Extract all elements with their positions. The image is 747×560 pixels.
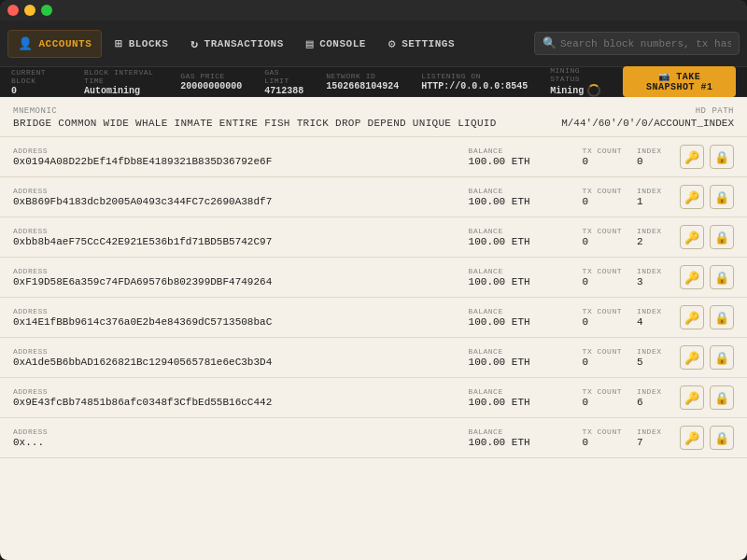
account-actions-1: 🔑 🔒 bbox=[680, 185, 734, 209]
listening-on-value: HTTP://0.0.0.0:8545 bbox=[421, 81, 528, 91]
index-stat-2: Index 2 bbox=[637, 227, 665, 247]
nav-item-transactions[interactable]: ↻Transactions bbox=[181, 31, 293, 57]
account-left-4: Address 0x14E1fBBb9614c376a0E2b4e84369dC… bbox=[13, 307, 458, 328]
copy-key-button-7[interactable]: 🔑 bbox=[680, 426, 704, 450]
hd-path-section: HD Path M/44'/60'/0'/0/ACCOUNT_INDEX bbox=[561, 106, 734, 129]
account-row[interactable]: Address 0x9E43fcBb74851b86afc0348f3CfbEd… bbox=[0, 378, 747, 418]
search-box: 🔍 bbox=[534, 32, 740, 55]
copy-key-button-2[interactable]: 🔑 bbox=[680, 225, 704, 249]
settings-icon: ⚙ bbox=[388, 36, 396, 51]
address-value-3: 0xF19D58E6a359c74FDA69576b802399DBF47492… bbox=[13, 276, 458, 287]
copy-key-button-6[interactable]: 🔑 bbox=[680, 385, 704, 410]
tx-count-value-4: 0 bbox=[583, 316, 589, 328]
tx-count-value-5: 0 bbox=[583, 357, 589, 368]
copy-key-button-3[interactable]: 🔑 bbox=[680, 265, 704, 289]
index-label-2: Index bbox=[637, 227, 662, 235]
snapshot-button[interactable]: 📷 TAKE SNAPSHOT #1 bbox=[623, 66, 736, 97]
tx-count-label-3: TX Count bbox=[583, 267, 622, 275]
lock-button-6[interactable]: 🔒 bbox=[710, 385, 734, 410]
account-row[interactable]: Address 0x0194A08D22bEf14fDb8E4189321B83… bbox=[0, 137, 747, 177]
tx-count-stat-0: TX Count 0 bbox=[583, 147, 622, 167]
settings-label: Settings bbox=[402, 38, 455, 49]
current-block-label: Current Block bbox=[11, 68, 62, 85]
address-value-2: 0xbb8b4aeF75CcC42E921E536b1fd71BD5B5742C… bbox=[13, 236, 458, 247]
accounts-label: Accounts bbox=[39, 38, 92, 49]
copy-key-button-1[interactable]: 🔑 bbox=[680, 185, 704, 209]
lock-button-5[interactable]: 🔒 bbox=[710, 345, 734, 370]
gas-price-stat: Gas Price 20000000000 bbox=[180, 72, 242, 91]
nav-item-blocks[interactable]: ⊞Blocks bbox=[106, 31, 177, 57]
blocks-icon: ⊞ bbox=[115, 36, 122, 51]
minimize-dot[interactable] bbox=[24, 5, 35, 16]
copy-key-button-5[interactable]: 🔑 bbox=[680, 345, 704, 370]
account-row[interactable]: Address 0xA1de5B6bbAD1626821Bc1294056578… bbox=[0, 338, 747, 378]
lock-button-7[interactable]: 🔒 bbox=[710, 426, 734, 450]
tx-count-stat-3: TX Count 0 bbox=[583, 267, 622, 287]
index-label-7: Index bbox=[637, 427, 662, 436]
balance-stat-3: Balance 100.00 ETH bbox=[469, 267, 571, 287]
lock-button-3[interactable]: 🔒 bbox=[710, 265, 734, 289]
gas-price-label: Gas Price bbox=[180, 72, 242, 80]
account-row[interactable]: Address 0x14E1fBBb9614c376a0E2b4e84369dC… bbox=[0, 298, 747, 338]
accounts-icon: 👤 bbox=[18, 36, 34, 51]
console-icon: ▤ bbox=[306, 36, 314, 51]
gas-limit-label: Gas Limit bbox=[264, 68, 303, 85]
status-bar: Current Block 0 Block Interval Time Auto… bbox=[0, 67, 747, 97]
account-actions-6: 🔑 🔒 bbox=[680, 385, 734, 410]
tx-count-label-1: TX Count bbox=[583, 187, 622, 195]
address-value-5: 0xA1de5B6bbAD1626821Bc12940565781e6eC3b3… bbox=[13, 357, 458, 368]
account-row[interactable]: Address 0xB869Fb4183dcb2005A0493c344FC7c… bbox=[0, 177, 747, 217]
tx-count-stat-4: TX Count 0 bbox=[583, 307, 622, 328]
account-row[interactable]: Address 0xF19D58E6a359c74FDA69576b802399… bbox=[0, 258, 747, 298]
index-label-5: Index bbox=[637, 347, 662, 356]
search-input[interactable] bbox=[560, 38, 731, 49]
account-left-3: Address 0xF19D58E6a359c74FDA69576b802399… bbox=[13, 267, 458, 287]
balance-stat-7: Balance 100.00 ETH bbox=[469, 427, 571, 448]
balance-label-0: Balance bbox=[469, 147, 503, 155]
tx-count-label-7: TX Count bbox=[583, 427, 622, 436]
nav-item-console[interactable]: ▤Console bbox=[297, 31, 375, 57]
mining-status-value: Mining bbox=[550, 84, 600, 97]
index-label-4: Index bbox=[637, 307, 662, 315]
balance-value-3: 100.00 ETH bbox=[469, 276, 530, 287]
lock-button-4[interactable]: 🔒 bbox=[710, 305, 734, 329]
index-value-3: 3 bbox=[637, 276, 643, 287]
account-row[interactable]: Address 0xbb8b4aeF75CcC42E921E536b1fd71B… bbox=[0, 217, 747, 258]
balance-stat-5: Balance 100.00 ETH bbox=[469, 347, 571, 368]
nav-item-settings[interactable]: ⚙Settings bbox=[379, 31, 464, 57]
hd-path-value: M/44'/60'/0'/0/ACCOUNT_INDEX bbox=[561, 118, 734, 129]
account-left-2: Address 0xbb8b4aeF75CcC42E921E536b1fd71B… bbox=[13, 227, 458, 247]
copy-key-button-0[interactable]: 🔑 bbox=[680, 145, 704, 169]
address-label-3: Address bbox=[13, 267, 458, 275]
gas-limit-stat: Gas Limit 4712388 bbox=[264, 68, 303, 96]
lock-button-1[interactable]: 🔒 bbox=[710, 185, 734, 209]
account-right-2: TX Count 0 Index 2 🔑 🔒 bbox=[583, 225, 734, 249]
account-right-5: TX Count 0 Index 5 🔑 🔒 bbox=[583, 345, 734, 370]
blocks-label: Blocks bbox=[129, 38, 169, 49]
index-value-5: 5 bbox=[637, 357, 643, 368]
nav-item-accounts[interactable]: 👤Accounts bbox=[7, 30, 102, 58]
copy-key-button-4[interactable]: 🔑 bbox=[680, 305, 704, 329]
balance-stat-1: Balance 100.00 ETH bbox=[469, 187, 571, 207]
tx-count-stat-6: TX Count 0 bbox=[583, 387, 622, 408]
lock-button-2[interactable]: 🔒 bbox=[710, 225, 734, 249]
lock-button-0[interactable]: 🔒 bbox=[710, 145, 734, 169]
account-actions-2: 🔑 🔒 bbox=[680, 225, 734, 249]
balance-value-1: 100.00 ETH bbox=[469, 196, 530, 207]
balance-value-5: 100.00 ETH bbox=[469, 357, 530, 368]
tx-count-stat-5: TX Count 0 bbox=[583, 347, 622, 368]
address-value-7: 0x... bbox=[13, 437, 458, 448]
address-value-4: 0x14E1fBBb9614c376a0E2b4e84369dC5713508b… bbox=[13, 316, 458, 328]
address-label-5: Address bbox=[13, 347, 458, 356]
tx-count-value-7: 0 bbox=[583, 437, 589, 448]
balance-label-5: Balance bbox=[469, 347, 503, 356]
maximize-dot[interactable] bbox=[41, 5, 52, 16]
hd-path-label: HD Path bbox=[561, 106, 734, 116]
account-right-0: TX Count 0 Index 0 🔑 🔒 bbox=[583, 145, 734, 169]
index-value-2: 2 bbox=[637, 236, 643, 247]
gas-limit-value: 4712388 bbox=[264, 86, 303, 96]
address-label-4: Address bbox=[13, 307, 458, 315]
account-right-7: TX Count 0 Index 7 🔑 🔒 bbox=[583, 426, 734, 450]
close-dot[interactable] bbox=[7, 5, 19, 16]
account-row[interactable]: Address 0x... Balance 100.00 ETH TX Coun… bbox=[0, 418, 747, 458]
